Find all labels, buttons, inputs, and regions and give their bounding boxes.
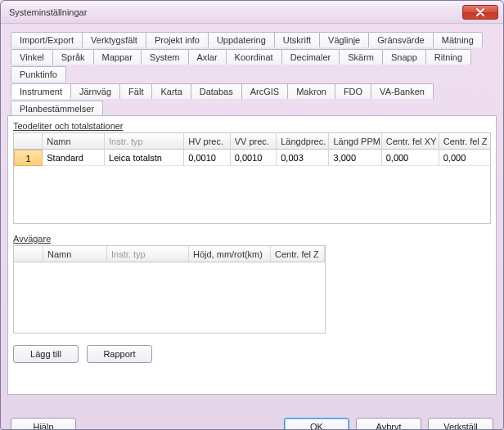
tab-gr-nsv-rde[interactable]: Gränsvärde [368,32,433,47]
tab-arcgis[interactable]: ArcGIS [241,83,288,99]
group-avvagare-label: Avvägare [13,234,491,244]
help-button[interactable]: Hjälp [11,418,76,430]
tab-instrument[interactable]: Instrument [11,83,71,99]
panel-button-row: Lägg till Rapport [13,345,491,363]
tab-karta[interactable]: Karta [151,83,191,99]
tab-mappar[interactable]: Mappar [93,49,142,65]
close-button[interactable] [462,5,498,20]
tab-sk-rm[interactable]: Skärm [339,49,383,65]
t1-header-5: Längdprec. [277,133,329,150]
dialog-footer: Hjälp OK Avbryt Verkställ [7,395,497,430]
t1-cell[interactable]: Leica totalstn [105,150,184,166]
tab-import-export[interactable]: Import/Export [11,32,83,47]
t1-cell[interactable]: 0,003 [277,150,329,166]
table-teodeliter[interactable]: NamnInstr. typHV prec.VV prec.Längdprec.… [13,132,491,224]
tab-strip: Import/ExportVerktygsfältProjekt infoUpp… [7,30,497,116]
t1-header-4: VV prec. [231,133,277,150]
tab-spr-k[interactable]: Språk [52,49,94,65]
tab-f-lt[interactable]: Fält [119,83,152,99]
t1-cell[interactable]: 0,000 [382,150,439,166]
t1-header-1: Namn [43,133,105,150]
t1-cell[interactable]: Standard [43,150,105,166]
tab-koordinat[interactable]: Koordinat [226,49,282,65]
group-teodeliter-label: Teodeliter och totalstationer [13,121,491,131]
dialog-body: Import/ExportVerktygsfältProjekt infoUpp… [1,24,503,429]
table-avvagare[interactable]: NamnInstr. typHöjd, mm/rot(km)Centr. fel… [13,245,326,334]
tab-decimaler[interactable]: Decimaler [281,49,340,65]
t2-header-2: Instr. typ [107,246,189,262]
tab-uppdatering[interactable]: Uppdatering [208,32,275,47]
t1-cell[interactable]: 0,0010 [231,150,277,166]
tab-panel-instrument: Teodeliter och totalstationer NamnInstr.… [7,115,497,395]
tab-m-tning[interactable]: Mätning [433,32,483,47]
t1-cell[interactable]: 0,0010 [184,150,231,166]
t1-cell[interactable]: 1 [14,150,43,166]
t1-header-0 [14,133,43,150]
tab-databas[interactable]: Databas [191,83,242,99]
table-row[interactable]: 1StandardLeica totalstn0,00100,00100,003… [14,150,490,166]
t1-header-6: Längd PPM [329,133,381,150]
titlebar: Systeminställningar [1,1,503,24]
add-button[interactable]: Lägg till [13,345,79,363]
tab-v-glinje[interactable]: Väglinje [319,32,369,47]
t1-header-7: Centr. fel XY [382,133,439,150]
t1-header-2: Instr. typ [105,133,184,150]
tab-vinkel[interactable]: Vinkel [11,49,53,65]
window-title: Systeminställningar [9,7,87,17]
t1-cell[interactable]: 0,000 [439,150,490,166]
report-button[interactable]: Rapport [87,345,152,363]
cancel-button[interactable]: Avbryt [356,418,421,430]
tab-system[interactable]: System [141,49,189,65]
tab-va-banken[interactable]: VA-Banken [371,83,434,99]
t1-header-8: Centr. fel Z [439,133,490,150]
tab-utskrift[interactable]: Utskrift [274,32,320,47]
apply-button[interactable]: Verkställ [428,418,493,430]
t2-header-1: Namn [43,246,107,262]
tab-axlar[interactable]: Axlar [188,49,227,65]
t2-header-0 [14,246,43,262]
ok-button[interactable]: OK [284,418,349,430]
t1-cell[interactable]: 3,000 [329,150,381,166]
tab-snapp[interactable]: Snapp [382,49,426,65]
tab-projekt-info[interactable]: Projekt info [146,32,209,47]
tab-ritning[interactable]: Ritning [425,49,471,65]
close-icon [476,8,484,16]
tab-j-rnv-g[interactable]: Järnväg [70,83,120,99]
t2-header-3: Höjd, mm/rot(km) [189,246,271,262]
tab-makron[interactable]: Makron [287,83,335,99]
t1-header-3: HV prec. [184,133,231,150]
tab-punktinfo[interactable]: Punktinfo [11,66,66,82]
tab-planbest-mmelser[interactable]: Planbestämmelser [11,101,103,116]
tab-fdo[interactable]: FDO [335,83,371,99]
t2-header-4: Centr. fel Z [271,246,325,262]
tab-verktygsf-lt[interactable]: Verktygsfält [82,32,146,47]
